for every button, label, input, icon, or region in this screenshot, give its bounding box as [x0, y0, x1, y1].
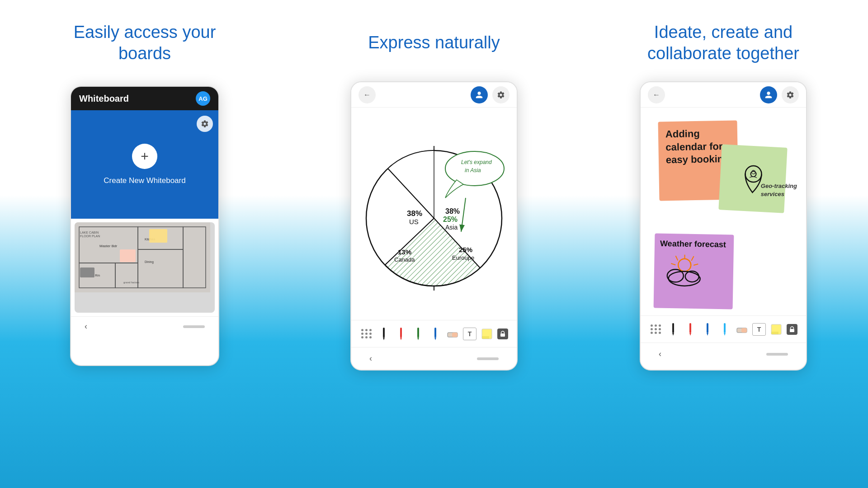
move-tool[interactable] [360, 327, 373, 341]
back-nav-icon[interactable]: ‹ [85, 322, 87, 331]
svg-rect-64 [689, 323, 691, 333]
wb-create-button[interactable]: + [132, 144, 157, 169]
canvas-pie: 38% US 38% 25% Asia 25% Euroupe 13% Cana… [351, 108, 517, 320]
back-nav-3[interactable]: ‹ [659, 349, 661, 359]
svg-text:LAKE CABIN: LAKE CABIN [80, 231, 99, 234]
pen-black-tool[interactable] [377, 327, 391, 341]
sticky-tool[interactable] [480, 327, 494, 341]
wb-create-label: Create New Whiteboard [104, 176, 185, 185]
geo-tracking-label: Geo-trackingservices [761, 182, 797, 198]
back-arrow-icon-3: ← [653, 91, 660, 99]
device-2-frame: ← [350, 81, 518, 371]
svg-text:Canada: Canada [394, 256, 415, 263]
svg-text:Euroupe: Euroupe [452, 254, 474, 261]
section-2-title: Express naturally [368, 18, 500, 68]
svg-marker-67 [707, 333, 708, 336]
device-3-bottom-nav: ‹ [641, 343, 806, 365]
tablet-2-header: ← [351, 82, 517, 108]
text-tool-3[interactable]: T [752, 323, 766, 336]
svg-text:Master Bdr: Master Bdr [99, 244, 117, 248]
svg-text:US: US [409, 218, 419, 225]
svg-text:13%: 13% [398, 248, 411, 256]
svg-marker-69 [724, 333, 726, 336]
svg-rect-44 [434, 328, 436, 338]
svg-rect-12 [120, 249, 136, 262]
header-right-2 [471, 86, 509, 103]
svg-text:in Asia: in Asia [465, 167, 481, 174]
svg-text:38%: 38% [445, 207, 460, 215]
back-button-3[interactable]: ← [648, 86, 665, 103]
user-button-3[interactable] [760, 86, 777, 103]
device-3-frame: ← Adding calendar for e [640, 81, 807, 371]
svg-text:25%: 25% [459, 246, 472, 253]
pen-blue-tool[interactable] [429, 327, 442, 341]
svg-text:FLOOR PLAN: FLOOR PLAN [80, 235, 100, 238]
svg-rect-40 [400, 328, 402, 338]
eraser-tool[interactable] [446, 327, 459, 341]
back-button-2[interactable]: ← [359, 86, 376, 103]
home-indicator [183, 325, 205, 328]
settings-button-2[interactable] [492, 86, 509, 103]
move-tool-3[interactable] [649, 323, 663, 336]
main-container: Easily access your boards Whiteboard AG [0, 0, 868, 488]
svg-rect-66 [707, 323, 708, 333]
wb-new-board-area: + Create New Whiteboard [71, 110, 218, 219]
sticky-note-weather: Weather forecast [654, 233, 734, 309]
svg-rect-42 [417, 328, 419, 338]
svg-point-58 [678, 258, 691, 271]
svg-rect-49 [500, 333, 505, 337]
pen-blue-dark-tool-3[interactable] [701, 323, 714, 336]
lock-tool-3[interactable] [787, 324, 797, 335]
text-tool[interactable]: T [463, 328, 476, 340]
svg-text:Dining: Dining [145, 260, 154, 264]
section-1: Easily access your boards Whiteboard AG [0, 18, 289, 371]
header-right-3 [760, 86, 799, 103]
svg-rect-62 [672, 323, 674, 333]
section-1-title: Easily access your boards [74, 18, 216, 68]
back-nav-2[interactable]: ‹ [369, 354, 372, 363]
wb-app-header: Whiteboard AG [71, 87, 218, 110]
svg-marker-39 [383, 338, 385, 340]
wb-user-avatar[interactable]: AG [196, 91, 210, 106]
section-3-title: Ideate, create and collaborate together [647, 18, 799, 68]
svg-marker-43 [417, 338, 419, 340]
pen-black-tool-3[interactable] [666, 323, 680, 336]
sticky-note-geo [718, 144, 787, 213]
svg-point-59 [668, 271, 700, 286]
svg-line-55 [693, 264, 698, 265]
sections-wrapper: Easily access your boards Whiteboard AG [0, 18, 868, 371]
wb-app-title: Whiteboard [79, 94, 129, 104]
pen-red-tool[interactable] [394, 327, 408, 341]
lock-tool[interactable] [497, 328, 508, 339]
svg-rect-38 [383, 328, 385, 338]
home-indicator-2 [477, 357, 499, 360]
device-1-bottom-nav: ‹ [71, 316, 218, 336]
sticky-tool-3[interactable] [769, 323, 783, 336]
svg-line-57 [671, 263, 675, 265]
tablet-3-header: ← [641, 82, 806, 108]
svg-rect-68 [724, 323, 726, 333]
weather-label: Weather forecast [660, 239, 728, 250]
back-arrow-icon-2: ← [363, 91, 371, 99]
pie-chart-svg: 38% US 38% 25% Asia 25% Euroupe 13% Cana… [357, 119, 511, 309]
eraser-tool-3[interactable] [735, 323, 749, 336]
device-1-frame: Whiteboard AG + Create New Whit [70, 86, 219, 366]
home-indicator-3 [766, 353, 788, 356]
svg-rect-47 [452, 333, 458, 337]
settings-button-3[interactable] [782, 86, 799, 103]
user-button-2[interactable] [471, 86, 488, 103]
svg-text:Let's expand: Let's expand [461, 159, 492, 165]
svg-marker-41 [400, 338, 402, 340]
pen-green-tool[interactable] [411, 327, 425, 341]
svg-line-54 [691, 256, 693, 261]
wb-board-card[interactable]: Master Bdr Living Rm Kitchen Dining LAKE… [75, 222, 215, 313]
pen-red-tool-3[interactable] [684, 323, 697, 336]
svg-marker-65 [689, 333, 691, 336]
svg-line-56 [675, 256, 678, 260]
svg-text:Asia: Asia [445, 224, 458, 231]
wb-settings-button[interactable] [197, 116, 213, 132]
svg-marker-45 [434, 338, 436, 340]
svg-rect-11 [149, 229, 167, 243]
svg-rect-71 [741, 328, 747, 333]
pen-blue-light-tool-3[interactable] [718, 323, 731, 336]
